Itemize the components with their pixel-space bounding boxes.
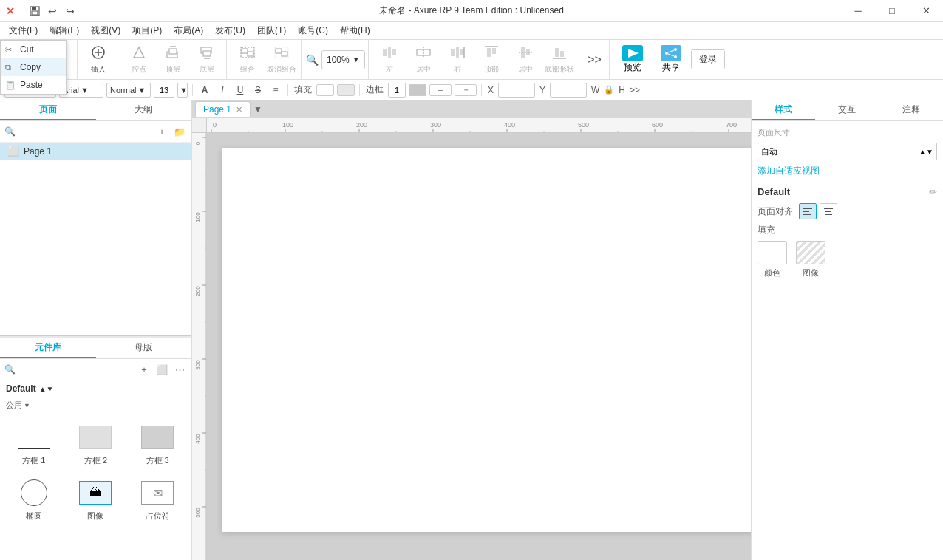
svg-rect-92 [803, 208, 812, 209]
add-adaptive-link[interactable]: 添加自适应视图 [758, 165, 820, 176]
menu-publish[interactable]: 发布(U) [209, 22, 251, 40]
tab-masters[interactable]: 母版 [96, 338, 192, 358]
align-center-button[interactable] [820, 203, 837, 219]
lock-icon: 🔒 [604, 85, 614, 95]
align-left-button[interactable] [799, 203, 817, 219]
comp-search-input[interactable] [18, 365, 134, 374]
fill-image-preview [796, 241, 825, 264]
comp-item-image[interactable]: 🏔 图像 [68, 475, 124, 525]
page-align-label: 页面对齐 [758, 205, 794, 218]
y-input[interactable] [550, 83, 587, 98]
size-dropdown[interactable]: ▼ [177, 83, 188, 98]
fill-alt-box[interactable] [337, 84, 355, 96]
zoom-control[interactable]: 100% ▼ [321, 50, 365, 69]
menu-account[interactable]: 账号(C) [292, 22, 334, 40]
right-align-icon [449, 44, 466, 63]
fill-color-box[interactable] [316, 84, 334, 96]
svg-rect-28 [392, 49, 396, 55]
comp-item-box1[interactable]: 方框 1 [6, 420, 62, 469]
font-size-input[interactable] [154, 83, 174, 98]
more-format-button[interactable]: >> [630, 85, 640, 95]
tab-style[interactable]: 样式 [752, 100, 815, 120]
close-button[interactable]: ✕ [909, 0, 943, 22]
border-style1[interactable]: ─ [429, 84, 452, 96]
canvas-scroll[interactable] [207, 133, 751, 560]
add-comp-button[interactable]: + [137, 362, 152, 377]
canvas-tab-page1[interactable]: Page 1 ✕ [195, 101, 251, 117]
tab-interact[interactable]: 交互 [815, 100, 879, 120]
tab-comp-library[interactable]: 元件库 [0, 338, 96, 358]
preview-button[interactable]: 预览 [614, 43, 651, 77]
ctx-copy[interactable]: ⧉ Copy [1, 58, 66, 76]
border-style2[interactable]: ╌ [455, 84, 477, 96]
top-layer-button[interactable]: 顶层 [157, 43, 189, 77]
import-comp-button[interactable]: ⬜ [154, 362, 169, 377]
zoom-icon: 🔍 [306, 54, 319, 66]
right-align-button[interactable]: 右 [441, 43, 474, 77]
add-folder-button[interactable]: 📁 [172, 124, 187, 139]
menu-team[interactable]: 团队(T) [251, 22, 292, 40]
tab-close-icon[interactable]: ✕ [236, 105, 242, 115]
border-width-input[interactable] [388, 83, 406, 98]
menu-layout[interactable]: 布局(A) [168, 22, 209, 40]
underline-button[interactable]: U [233, 83, 248, 98]
ctx-cut[interactable]: ✂ Cut [1, 41, 66, 58]
page-size-select[interactable]: 自动 ▲▼ [758, 143, 937, 160]
page-item-page1[interactable]: ⬜ Page 1 [0, 143, 191, 160]
comp-lib-select[interactable]: Default ▲▼ [6, 383, 53, 394]
middle-align-button[interactable]: 居中 [509, 43, 542, 77]
redo-button[interactable]: ↪ [61, 2, 79, 20]
group-button[interactable]: 组合 [231, 43, 264, 77]
bottom-layer-button[interactable]: 底层 [191, 43, 223, 77]
menu-view[interactable]: 视图(V) [85, 22, 126, 40]
border-color-box[interactable] [409, 84, 426, 96]
comp-item-box2[interactable]: 方框 2 [68, 420, 124, 469]
minimize-button[interactable]: ─ [841, 0, 875, 22]
weight-select[interactable]: Normal ▼ [106, 83, 151, 98]
svg-rect-96 [825, 211, 831, 212]
menu-edit[interactable]: 编辑(E) [44, 22, 85, 40]
svg-text:200: 200 [356, 121, 367, 129]
ungroup-label: 取消组合 [267, 64, 296, 75]
menu-help[interactable]: 帮助(H) [334, 22, 376, 40]
more-tools-button[interactable]: >> [584, 49, 606, 71]
comp-item-placeholder[interactable]: ✉ 占位符 [129, 475, 185, 525]
ctx-paste[interactable]: 📋 Paste [1, 76, 66, 94]
fill-image-option[interactable]: 图像 [796, 241, 825, 279]
top-align-label: 顶部 [484, 64, 499, 75]
x-input[interactable] [498, 83, 535, 98]
strikethrough-button[interactable]: S [251, 83, 265, 98]
login-button[interactable]: 登录 [691, 49, 725, 69]
tab-pages[interactable]: 页面 [0, 100, 96, 120]
save-button[interactable] [26, 2, 44, 20]
comp-item-box3[interactable]: 方框 3 [129, 420, 185, 469]
list-button[interactable]: ≡ [268, 83, 283, 98]
comp-menu-button[interactable]: ⋯ [172, 362, 187, 377]
insert-button[interactable]: 插入 [82, 43, 115, 77]
share-label: 共享 [662, 61, 680, 74]
menu-file[interactable]: 文件(F) [3, 22, 44, 40]
fill-color-option[interactable]: 颜色 [758, 241, 787, 279]
edit-default-icon[interactable]: ✏ [929, 186, 937, 197]
bottom-shape-button[interactable]: 底部形状 [543, 43, 576, 77]
comp-label-box1: 方框 1 [22, 455, 45, 466]
menu-project[interactable]: 项目(P) [126, 22, 168, 40]
tab-dropdown-icon[interactable]: ▼ [253, 104, 262, 115]
page-search-input[interactable] [18, 127, 152, 136]
ungroup-button[interactable]: 取消组合 [265, 43, 298, 77]
center-align-button[interactable]: 居中 [407, 43, 440, 77]
bold-button[interactable]: A [197, 83, 212, 98]
undo-button[interactable]: ↩ [44, 2, 61, 20]
top-align-button[interactable]: 顶部 [475, 43, 508, 77]
tab-outline[interactable]: 大纲 [96, 100, 192, 120]
comp-item-circle[interactable]: 椭圆 [6, 475, 62, 525]
add-page-button[interactable]: + [154, 124, 169, 139]
share-button[interactable]: 共享 [653, 43, 690, 77]
section-page-size: 页面尺寸 自动 ▲▼ 添加自适应视图 [758, 127, 937, 177]
control-point-button[interactable]: 控点 [123, 43, 155, 77]
svg-rect-42 [560, 51, 564, 57]
dist-button[interactable]: 左 [373, 43, 406, 77]
maximize-button[interactable]: □ [875, 0, 909, 22]
italic-button[interactable]: I [215, 83, 230, 98]
tab-note[interactable]: 注释 [879, 100, 943, 120]
